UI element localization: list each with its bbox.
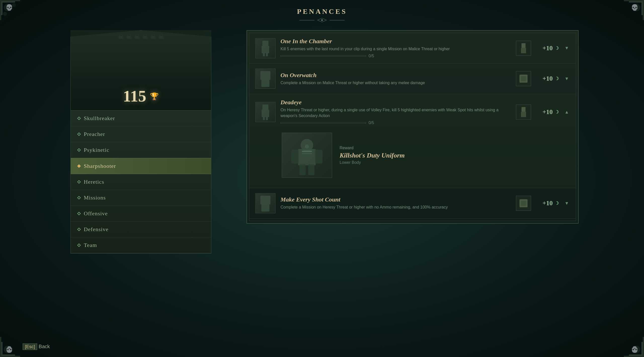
svg-text:💀: 💀 <box>6 4 13 11</box>
nav-diamond-icon <box>77 148 81 152</box>
penance-score: +10 ☽ <box>536 75 559 82</box>
sidebar-item-sharpshooter[interactable]: Sharpshooter <box>71 158 211 174</box>
progress-text: 0/5 <box>369 54 374 58</box>
progress-bar-bg <box>280 122 366 124</box>
sidebar-item-psykinetic[interactable]: Psykinetic <box>71 142 211 158</box>
penance-item-on-overwatch[interactable]: On Overwatch Complete a Mission on Malic… <box>249 64 576 94</box>
right-panel: One In the Chamber Kill 5 enemies with t… <box>247 30 579 224</box>
corner-decoration-bl: 💀 <box>0 312 45 357</box>
reward-label: Reward <box>340 146 405 150</box>
reward-icon <box>516 105 531 120</box>
back-button[interactable]: [Esc] Back <box>23 344 50 349</box>
nav-diamond-icon <box>77 243 81 247</box>
penances-list: One In the Chamber Kill 5 enemies with t… <box>249 33 576 221</box>
svg-rect-22 <box>521 76 526 81</box>
nav-diamond-icon <box>77 132 81 136</box>
reward-info: Reward Killshot's Duty Uniform Lower Bod… <box>337 143 407 167</box>
sidebar-item-heretics[interactable]: Heretics <box>71 174 211 190</box>
svg-point-12 <box>321 19 323 21</box>
penance-info: Deadeye On Heresy Threat or higher, duri… <box>280 99 511 125</box>
laurel-icon: ☽ <box>555 109 559 115</box>
level-display: 115 🏆 <box>123 87 159 106</box>
character-shrine: ☠ ☠ ☠ ☠ ☠ ☠ 115 🏆 <box>70 30 211 111</box>
svg-rect-35 <box>302 151 312 152</box>
laurel-icon: ☽ <box>555 200 559 206</box>
penance-info: On Overwatch Complete a Mission on Malic… <box>280 72 511 86</box>
nav-diamond-icon <box>77 196 81 199</box>
back-key: [Esc] <box>23 343 37 350</box>
svg-text:💀: 💀 <box>6 346 13 353</box>
expand-button[interactable]: ▼ <box>564 76 570 82</box>
nav-diamond-icon <box>77 212 81 215</box>
sidebar-item-label: Preacher <box>84 131 105 137</box>
penance-progress: 0/5 <box>280 121 511 125</box>
svg-rect-14 <box>262 46 269 53</box>
score-value: +10 <box>542 75 553 82</box>
penance-item-make-every-shot-count[interactable]: Make Every Shot Count Complete a Mission… <box>249 188 576 219</box>
penance-desc: Complete a Mission on Heresy Threat or h… <box>280 205 511 210</box>
svg-rect-32 <box>315 150 323 164</box>
sidebar-item-missions[interactable]: Missions <box>71 190 211 206</box>
nav-diamond-icon <box>77 117 81 120</box>
corner-decoration-br: 💀 <box>599 312 644 357</box>
svg-rect-20 <box>261 80 269 87</box>
reward-section: Reward Killshot's Duty Uniform Lower Bod… <box>255 130 570 183</box>
svg-text:💀: 💀 <box>631 4 638 11</box>
sidebar-item-label: Defensive <box>84 226 108 233</box>
svg-rect-39 <box>261 205 269 212</box>
penance-desc: On Heresy Threat or higher, during a sin… <box>280 107 511 119</box>
penance-title: Deadeye <box>280 99 511 106</box>
penance-item-deadeye[interactable]: Deadeye On Heresy Threat or higher, duri… <box>249 94 576 188</box>
penance-thumbnail <box>255 69 275 89</box>
penance-desc: Complete a Mission on Malice Threat or h… <box>280 80 511 86</box>
penance-thumbnail <box>255 102 275 122</box>
sidebar-item-offensive[interactable]: Offensive <box>71 206 211 222</box>
penance-title: Make Every Shot Count <box>280 196 511 203</box>
svg-rect-19 <box>260 71 270 80</box>
svg-rect-18 <box>521 48 526 53</box>
thumbnail-img <box>256 194 275 213</box>
expand-button[interactable]: ▼ <box>564 45 570 51</box>
svg-line-5 <box>0 0 23 23</box>
thumbnail-img <box>256 69 275 88</box>
laurel-icon: ☽ <box>555 45 559 51</box>
penance-item-one-in-the-chamber[interactable]: One In the Chamber Kill 5 enemies with t… <box>249 33 576 64</box>
sidebar-item-label: Offensive <box>84 210 108 217</box>
expand-button[interactable]: ▼ <box>564 200 570 206</box>
penance-info: Make Every Shot Count Complete a Mission… <box>280 196 511 210</box>
sidebar-item-label: Heretics <box>84 179 104 185</box>
laurel-icon: 🏆 <box>150 92 159 100</box>
corner-decoration-tl: 💀 <box>0 0 45 45</box>
sidebar-item-preacher[interactable]: Preacher <box>71 126 211 142</box>
penance-item-on-target-1[interactable]: On Target (1) Complete the following Pen… <box>249 219 576 221</box>
svg-rect-13 <box>262 41 268 46</box>
svg-rect-15 <box>263 53 265 56</box>
svg-text:💀: 💀 <box>631 346 638 353</box>
expand-button[interactable]: ▲ <box>564 109 570 115</box>
reward-icon <box>516 196 531 211</box>
svg-rect-36 <box>302 153 312 154</box>
penance-score: +10 ☽ <box>536 108 559 116</box>
svg-point-3 <box>3 12 7 16</box>
reward-icon <box>516 71 531 86</box>
penance-progress: 0/5 <box>280 54 511 58</box>
svg-rect-26 <box>266 117 268 120</box>
svg-point-37 <box>305 144 309 148</box>
score-value: +10 <box>542 199 553 207</box>
penance-thumbnail <box>255 193 275 213</box>
nav-diamond-icon <box>77 180 81 184</box>
sidebar-item-team[interactable]: Team <box>71 237 211 253</box>
svg-rect-34 <box>308 164 314 175</box>
penance-desc: Kill 5 enemies with the last round in yo… <box>280 46 511 52</box>
penance-title: One In the Chamber <box>280 38 511 45</box>
sidebar-item-label: Missions <box>84 194 106 201</box>
level-number: 115 <box>123 87 146 106</box>
sidebar-item-label: Team <box>84 242 97 248</box>
penance-info: One In the Chamber Kill 5 enemies with t… <box>280 38 511 58</box>
svg-rect-28 <box>521 112 526 117</box>
progress-text: 0/5 <box>369 121 374 125</box>
sidebar-item-defensive[interactable]: Defensive <box>71 222 211 237</box>
left-panel: ☠ ☠ ☠ ☠ ☠ ☠ 115 🏆 Skullbreaker Preacher … <box>70 30 211 253</box>
sidebar-item-skullbreaker[interactable]: Skullbreaker <box>71 111 211 126</box>
corner-decoration-tr: 💀 <box>599 0 644 45</box>
